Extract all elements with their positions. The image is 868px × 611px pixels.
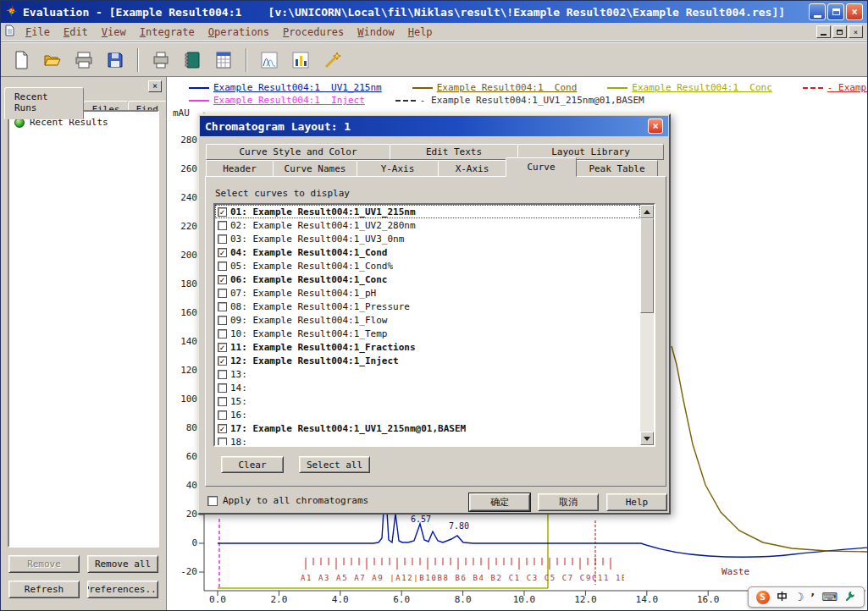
curve-list-item[interactable]: 10: Example Result004:1_Temp [215, 327, 640, 340]
x-axis-tick-label: 8.0 [445, 594, 482, 605]
scroll-up-icon[interactable] [640, 205, 654, 218]
menu-file[interactable]: File [19, 25, 57, 40]
curve-list-item[interactable]: 15: [215, 394, 640, 408]
curve-checkbox[interactable] [218, 410, 227, 420]
curve-checkbox[interactable] [218, 329, 227, 339]
toolbar-separator [246, 48, 247, 72]
menu-procedures[interactable]: Procedures [276, 25, 351, 40]
chromatogram-view-button[interactable] [255, 46, 284, 74]
curve-list-item[interactable]: ✓11: Example Result004:1_Fractions [215, 340, 640, 354]
curve-list-item[interactable]: 03: Example Result004:1_UV3_0nm [215, 232, 640, 245]
mdi-restore-button[interactable] [832, 25, 847, 38]
ok-button[interactable]: 确定 [469, 493, 530, 511]
curve-checkbox[interactable] [218, 261, 227, 271]
legend-entry[interactable]: Example Result004:1 Inject [189, 95, 365, 106]
dialog-titlebar[interactable]: Chromatogram Layout: 1 × [200, 116, 668, 136]
sidebar-tab-recent-runs[interactable]: Recent Runs [4, 87, 84, 119]
punctuation-mode-icon[interactable]: ’ [810, 591, 815, 604]
curve-checkbox[interactable]: ✓ [218, 248, 227, 257]
menu-help[interactable]: Help [401, 25, 440, 40]
half-moon-icon[interactable]: ☽ [794, 591, 804, 604]
close-button[interactable]: × [846, 3, 863, 20]
curve-list-item[interactable]: 09: Example Result004:1_Flow [215, 313, 640, 327]
legend-entry[interactable]: - Example Result004:1_UV1_215nm@01,BASEM [395, 95, 644, 106]
print-button[interactable] [69, 46, 98, 74]
menu-view[interactable]: View [95, 25, 133, 40]
curve-list-item[interactable]: ✓12: Example Result004:1_Inject [215, 354, 640, 367]
report-button[interactable] [209, 46, 238, 74]
curve-checkbox[interactable] [218, 438, 227, 446]
curve-list-item[interactable]: ✓17: Example Result004:1_UV1_215nm@01,BA… [215, 421, 640, 435]
menu-window[interactable]: Window [351, 25, 401, 40]
remove-button[interactable]: Remove [8, 555, 80, 573]
dialog-tab-curve-style-and-color[interactable]: Curve Style and Color [206, 144, 390, 160]
curve-checkbox[interactable] [218, 383, 227, 393]
curve-checkbox[interactable]: ✓ [218, 424, 227, 433]
mdi-minimize-button[interactable] [816, 25, 831, 38]
dialog-tab-curve[interactable]: Curve [506, 157, 577, 177]
sogou-logo-icon[interactable]: S [756, 591, 770, 604]
wand-button[interactable] [318, 46, 346, 74]
curve-checkbox[interactable] [218, 302, 227, 311]
curve-checkbox[interactable] [218, 397, 227, 406]
curve-checkbox[interactable] [218, 316, 227, 325]
menu-operations[interactable]: Operations [202, 25, 276, 40]
curve-list-item[interactable]: 02: Example Result004:1_UV2_280nm [215, 218, 640, 232]
curve-list-item[interactable]: 07: Example Result004:1_pH [215, 286, 640, 300]
dialog-tab-peak-table[interactable]: Peak Table [576, 160, 658, 177]
dialog-tab-edit-texts[interactable]: Edit Texts [390, 144, 518, 160]
save-button[interactable] [101, 46, 130, 74]
print-preview-button[interactable] [147, 46, 175, 74]
curve-checkbox[interactable]: ✓ [218, 275, 227, 284]
curve-list-item[interactable]: 18: [215, 435, 640, 445]
curve-checkbox[interactable] [218, 370, 227, 379]
curve-checkbox[interactable] [218, 221, 227, 230]
dialog-tab-x-axis[interactable]: X-Axis [438, 160, 506, 177]
minimize-button[interactable] [809, 3, 826, 20]
curve-list-item[interactable]: ✓06: Example Result004:1_Conc [215, 272, 640, 286]
curve-list-scrollbar[interactable] [640, 205, 654, 445]
menu-integrate[interactable]: Integrate [133, 25, 202, 40]
curve-list-item[interactable]: 13: [215, 367, 640, 381]
cancel-button[interactable]: 取消 [538, 493, 599, 511]
curve-list-item[interactable]: 14: [215, 381, 640, 394]
curve-list-item[interactable]: 05: Example Result004:1_Cond% [215, 259, 640, 272]
select-all-button[interactable]: Select all [299, 456, 370, 473]
legend-entry[interactable]: - Example Result004:1 Fractions [803, 82, 867, 93]
notebook-button[interactable] [178, 46, 207, 74]
curve-list-item[interactable]: ✓01: Example Result004:1_UV1_215nm [215, 205, 640, 218]
legend-entry[interactable]: Example Result004:1 Conc [607, 82, 772, 93]
curve-checkbox[interactable]: ✓ [218, 356, 227, 366]
dialog-close-button[interactable]: × [648, 118, 663, 134]
menu-edit[interactable]: Edit [57, 25, 95, 40]
mdi-close-button[interactable]: × [849, 25, 863, 38]
curve-checkbox[interactable]: ✓ [218, 207, 227, 217]
apply-to-all-checkbox[interactable] [207, 496, 218, 506]
refresh-button[interactable]: Refresh [8, 581, 80, 598]
curve-checkbox[interactable] [218, 234, 227, 244]
settings-wrench-icon[interactable] [844, 590, 856, 604]
open-button[interactable] [38, 46, 67, 74]
legend-entry[interactable]: Example Result004:1 Cond [412, 82, 578, 93]
curve-checkbox[interactable]: ✓ [218, 343, 227, 352]
dialog-tab-header[interactable]: Header [206, 160, 274, 177]
preferences-button[interactable]: Preferences... [87, 581, 158, 598]
legend-entry[interactable]: Example Result004:1 UV1_215nm [189, 82, 382, 93]
curve-list-item[interactable]: 08: Example Result004:1_Pressure [215, 300, 640, 313]
curve-list-item[interactable]: 16: [215, 408, 640, 421]
maximize-button[interactable] [827, 3, 844, 20]
dialog-tab-curve-names[interactable]: Curve Names [273, 160, 357, 177]
scrollbar-thumb[interactable] [640, 218, 654, 313]
histogram-view-button[interactable] [286, 46, 315, 74]
remove-all-button[interactable]: Remove all [87, 555, 158, 573]
new-document-button[interactable] [7, 46, 36, 74]
dialog-tab-y-axis[interactable]: Y-Axis [357, 160, 439, 177]
help-button[interactable]: Help [606, 493, 667, 511]
curve-checkbox[interactable] [218, 289, 227, 298]
scroll-down-icon[interactable] [640, 432, 654, 445]
clear-button[interactable]: Clear [221, 456, 284, 473]
legend-line-sample [395, 100, 416, 102]
chinese-input-mode-icon[interactable] [777, 591, 788, 604]
curve-list-item[interactable]: ✓04: Example Result004:1_Cond [215, 245, 640, 259]
soft-keyboard-icon[interactable]: ⌨ [821, 591, 838, 604]
